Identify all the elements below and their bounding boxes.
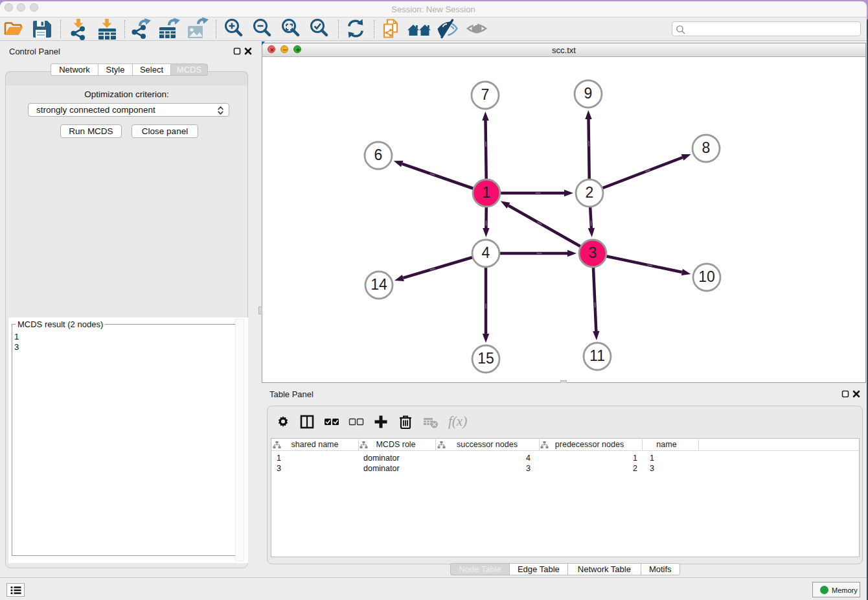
svg-text:6: 6 (374, 146, 383, 163)
svg-text:11: 11 (589, 347, 605, 364)
svg-text:4: 4 (482, 244, 490, 261)
svg-text:2: 2 (586, 184, 594, 201)
svg-text:10: 10 (698, 268, 715, 285)
svg-text:14: 14 (371, 276, 387, 293)
svg-text:1: 1 (483, 184, 491, 201)
svg-text:8: 8 (702, 139, 711, 156)
svg-text:f(x): f(x) (448, 413, 467, 429)
svg-text:9: 9 (584, 85, 593, 102)
svg-text:15: 15 (477, 350, 494, 367)
svg-text:3: 3 (589, 244, 597, 261)
svg-text:7: 7 (481, 86, 490, 103)
